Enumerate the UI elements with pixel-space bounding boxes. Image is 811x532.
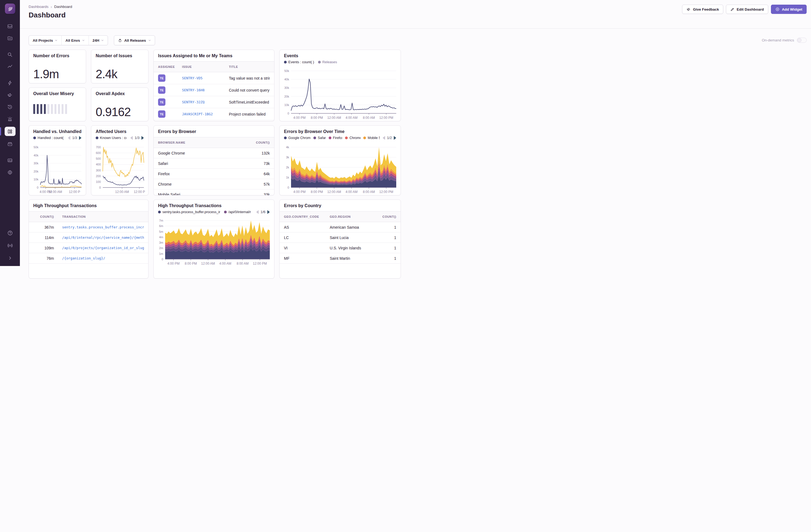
transaction-link[interactable]: /{organization_slug}/ <box>62 256 144 260</box>
sidebar-item-issues[interactable] <box>5 22 16 30</box>
sidebar-item-alerts[interactable] <box>5 115 16 123</box>
sidebar-item-insights[interactable] <box>5 79 16 87</box>
sidebar-item-dashboards[interactable] <box>5 127 16 136</box>
project-filter[interactable]: All Projects <box>29 36 61 45</box>
table-row[interactable]: LCSaint Lucia1 <box>280 232 401 243</box>
sidebar-item-performance[interactable] <box>5 62 16 71</box>
col-country-code[interactable]: GEO.COUNTRY_CODE <box>284 215 330 218</box>
pager-next-icon[interactable] <box>394 136 396 140</box>
widget-errors-by-country[interactable]: Errors by Country GEO.COUNTRY_CODE GEO.R… <box>279 199 401 266</box>
assignee-avatar[interactable]: TE <box>158 74 165 82</box>
table-row[interactable]: Google Chrome132k <box>154 148 274 158</box>
events-line-chart[interactable]: 010k20k30k40k50k4:00 PM8:00 PM12:00 AM4:… <box>282 69 398 120</box>
breadcrumb-dashboards[interactable]: Dashboards <box>29 5 48 9</box>
legend-label[interactable]: Chrome <box>349 136 361 140</box>
widget-affected-users[interactable]: Affected Users Known Users : cour 1/3 01… <box>91 125 149 195</box>
pager-prev-icon[interactable] <box>383 136 385 140</box>
pager-prev-icon[interactable] <box>130 136 133 140</box>
affected-users-line-chart[interactable]: 010020030040050060070012:00 AM12:00 P <box>93 146 146 194</box>
table-row[interactable]: VIU.S. Virgin Islands1 <box>280 243 401 253</box>
legend-label[interactable]: Mobile S <box>368 136 380 140</box>
time-range-filter[interactable]: 24H <box>89 36 108 45</box>
widget-issues-assigned[interactable]: Issues Assigned to Me or My Teams ASSIGN… <box>153 50 274 121</box>
table-row[interactable]: 367msentry.tasks.process_buffer.process_… <box>29 222 148 232</box>
sidebar-item-feedback[interactable] <box>5 91 16 99</box>
transaction-link[interactable]: /api/0/projects/{organization_id_or_slug… <box>62 246 144 250</box>
sidebar-collapse-button[interactable] <box>5 254 16 262</box>
assignee-avatar[interactable]: TE <box>158 98 165 106</box>
assignee-avatar[interactable]: TE <box>158 110 165 118</box>
issue-link[interactable]: JAVASCRIPT-1BG2 <box>182 112 229 116</box>
legend-label[interactable]: Safari <box>318 136 326 140</box>
widget-handled-vs-unhandled[interactable]: Handled vs. Unhandled Handled : count( )… <box>29 125 86 195</box>
environment-filter[interactable]: All Envs <box>61 36 88 45</box>
legend-label[interactable]: Handled : count( ) <box>37 136 64 140</box>
legend-label[interactable]: sentry.tasks.process_buffer.process_incr <box>163 210 220 214</box>
table-row[interactable]: TE SENTRY-16H8 Could not convert query <box>154 84 274 96</box>
table-row[interactable]: TE SENTRY-VD5 Tag value was not a strin <box>154 72 274 84</box>
col-count[interactable]: COUNT() <box>245 141 270 144</box>
col-region[interactable]: GEO.REGION <box>330 215 377 218</box>
sentry-logo[interactable] <box>5 3 15 14</box>
col-browser-name[interactable]: BROWSER.NAME <box>158 141 245 144</box>
widget-errors-by-browser-over-time[interactable]: Errors by Browser Over Time Google Chrom… <box>279 125 401 195</box>
issue-link[interactable]: SENTRY-VD5 <box>182 76 229 80</box>
sidebar-item-discover[interactable] <box>5 140 16 148</box>
high-throughput-area-chart[interactable]: 01m2m3m4m5m6m7m4:00 PM8:00 PM12:00 AM4:0… <box>156 219 272 266</box>
widget-overall-user-misery[interactable]: Overall User Misery <box>29 88 86 121</box>
table-row[interactable]: TE JAVASCRIPT-1BG2 Project creation fail… <box>154 108 274 120</box>
transaction-link[interactable]: /api/0/internal/rpc/{service_name}/{meth… <box>62 235 144 240</box>
legend-label[interactable]: Events : count( ) <box>288 60 314 64</box>
pager-next-icon[interactable] <box>267 210 270 214</box>
handled-line-chart[interactable]: 010k20k30k40k50k4:00 PM12:00 AM12:00 P <box>31 146 84 194</box>
table-row[interactable]: Safari73k <box>154 158 274 169</box>
widget-high-throughput-chart[interactable]: High Throughput Transactions sentry.task… <box>153 199 274 266</box>
legend-label[interactable]: Firefox <box>333 136 342 140</box>
table-row[interactable]: Chrome57k <box>154 179 274 189</box>
sidebar-item-settings[interactable] <box>5 168 16 176</box>
table-row[interactable]: TE SENTRY-32ZQ SoftTimeLimitExceeded <box>154 96 274 108</box>
errors-by-browser-area-chart[interactable]: 01k2k3k4k4:00 PM8:00 PM12:00 AM4:00 AM8:… <box>282 146 398 194</box>
pager-next-icon[interactable] <box>141 136 144 140</box>
table-row[interactable]: Firefox64k <box>154 169 274 179</box>
legend-label[interactable]: Known Users : cour <box>100 136 126 140</box>
pager-next-icon[interactable] <box>79 136 81 140</box>
table-row[interactable]: 114m/api/0/internal/rpc/{service_name}/{… <box>29 232 148 243</box>
pager-prev-icon[interactable] <box>256 210 259 214</box>
widget-number-of-issues[interactable]: Number of Issues 2.4k <box>91 50 149 83</box>
legend-dot <box>96 137 98 139</box>
svg-text:8:00 AM: 8:00 AM <box>363 190 375 194</box>
sidebar-item-search[interactable] <box>5 50 16 59</box>
col-count[interactable]: COUNT() <box>33 215 54 218</box>
pager-prev-icon[interactable] <box>68 136 70 140</box>
table-row[interactable]: Mobile Safari33k <box>154 189 274 195</box>
widget-high-throughput-table[interactable]: High Throughput Transactions COUNT() TRA… <box>29 199 149 266</box>
table-row[interactable]: ASAmerican Samoa1 <box>280 222 401 232</box>
legend-label[interactable]: Google Chrome <box>288 136 311 140</box>
col-count[interactable]: COUNT() <box>377 215 396 218</box>
sidebar-item-whats-new[interactable] <box>5 242 16 250</box>
col-title[interactable]: TITLE <box>229 65 270 69</box>
sidebar-item-replays[interactable] <box>5 103 16 111</box>
release-filter[interactable]: All Releases <box>114 35 155 45</box>
table-row[interactable]: 109m/api/0/projects/{organization_id_or_… <box>29 243 148 253</box>
sidebar-item-stats[interactable] <box>5 156 16 164</box>
legend-label[interactable]: /api/0/internal/r <box>228 210 251 214</box>
sidebar-item-help[interactable] <box>5 229 16 237</box>
transaction-link[interactable]: sentry.tasks.process_buffer.process_incr <box>62 225 144 229</box>
widget-errors-by-browser[interactable]: Errors by Browser BROWSER.NAME COUNT() G… <box>153 125 274 195</box>
assignee-avatar[interactable]: TE <box>158 87 165 94</box>
col-assignee[interactable]: ASSIGNEE <box>158 65 182 69</box>
table-row[interactable]: 76m/{organization_slug}/ <box>29 253 148 263</box>
legend-label[interactable]: Releases <box>322 60 337 64</box>
widget-number-of-errors[interactable]: Number of Errors 1.9m <box>29 50 86 83</box>
issue-link[interactable]: SENTRY-32ZQ <box>182 100 229 104</box>
col-transaction[interactable]: TRANSACTION <box>62 215 144 218</box>
svg-text:12:00 AM: 12:00 AM <box>327 116 341 120</box>
table-row[interactable]: MFSaint Martin1 <box>280 253 401 263</box>
widget-events[interactable]: Events Events : count( ) Releases 010k20… <box>279 50 401 121</box>
widget-overall-apdex[interactable]: Overall Apdex 0.9162 <box>91 88 149 121</box>
col-issue[interactable]: ISSUE <box>182 65 229 69</box>
issue-link[interactable]: SENTRY-16H8 <box>182 88 229 92</box>
sidebar-item-projects[interactable] <box>5 34 16 42</box>
